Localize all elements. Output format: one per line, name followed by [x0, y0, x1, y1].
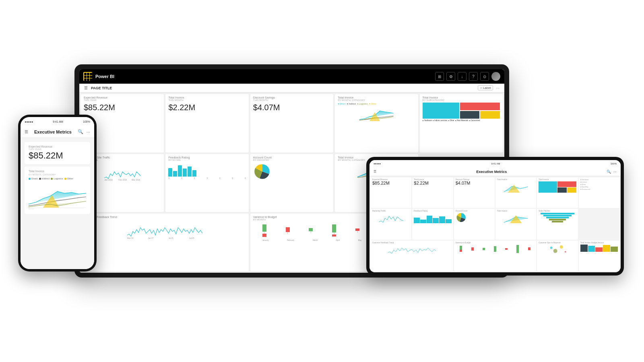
tablet-card-area: Total Invoice	[495, 177, 536, 208]
more-tablet-icon[interactable]: ···	[613, 170, 617, 174]
legend-dot-logistics	[51, 178, 53, 180]
user-avatar[interactable]	[491, 72, 500, 81]
svg-text:$0.12m: $0.12m	[29, 209, 35, 209]
svg-text:Feb 2016: Feb 2016	[118, 179, 127, 181]
tablet-card-legend: ● Hardware ● Indirect ● Other ● Raw Mat.…	[579, 177, 619, 208]
tablet-card-variance: Varience to Budget	[454, 241, 537, 271]
svg-text:Jul 05: Jul 05	[189, 237, 194, 239]
svg-text:January: January	[357, 176, 364, 178]
tablet-card-extra: Sales Pipeline	[537, 209, 578, 239]
time-display: 9:41 AM	[53, 120, 63, 123]
tablet-dashboard: Expected Revenue $85.22M Total Invoice $…	[369, 176, 621, 272]
settings-icon[interactable]: ⚙	[446, 72, 455, 81]
phone-app-title: Executive Metrics	[31, 130, 74, 134]
legend-direct: Direct	[29, 177, 38, 180]
present-icon[interactable]: ⊞	[435, 72, 444, 81]
app-title: Power BI	[95, 74, 432, 79]
area-chart	[338, 106, 415, 121]
tablet-card-feedback: Feedback Rating	[412, 209, 453, 239]
tablet-nav: ☰ Executive Metrics 🔍 ···	[369, 167, 621, 176]
page-title-bar: ☰ PAGE TITLE ○ Label ···	[79, 84, 504, 93]
legend-other: Other	[64, 177, 73, 180]
waffle-icon[interactable]	[83, 72, 92, 81]
phone-content: Expected Revenue THIS YEAR $85.22M Total…	[21, 138, 94, 269]
tablet-card-rev: Expected Revenue $85.22M	[371, 177, 411, 208]
phone-nav: ☰ Executive Metrics 🔍 ···	[21, 126, 94, 138]
search-icon[interactable]: ⊙	[480, 72, 489, 81]
phone-kpi-card: Expected Revenue THIS YEAR $85.22M	[25, 142, 90, 164]
card-account-count: Account Count BY INDUSTRY	[250, 154, 333, 212]
legend-dot-direct	[29, 178, 31, 180]
metric-total-invoice: $2.22M	[168, 103, 246, 112]
sparkline: May 24 Jun 07 Jul 21 Jul 05	[84, 222, 246, 239]
svg-point-22	[565, 251, 566, 253]
tablet-status-bar: ●●●●● 9:41 AM 100%	[369, 160, 621, 167]
page-title: PAGE TITLE	[91, 86, 475, 90]
phone-chart-label: Total Invoice	[29, 170, 86, 173]
tablet-card-cust-trend: Customer Feedback Trend	[371, 241, 453, 271]
pie-chart	[253, 162, 271, 181]
card-feedback-rating: Feedback Rating BY SCORE 0 1	[165, 154, 248, 212]
card-discount-savings: Discount Savings THIS MONTH $4.07M	[250, 94, 333, 152]
more-phone-icon[interactable]: ···	[87, 130, 90, 134]
tablet-app-title: Executive Metrics	[379, 170, 604, 174]
nav-icons: ⊞ ⚙ ↓ ? ⊙	[435, 72, 500, 81]
legend-dot-other	[64, 178, 66, 180]
tablet-card-disc: Discount Savings $4.07M	[454, 177, 495, 208]
phone-chart-card: Total Invoice BY MONTH, CATEGORY Direct …	[25, 167, 90, 214]
label-button[interactable]: ○ Label	[478, 85, 493, 90]
phone-screen: ●●●●● 9:41 AM 100% ☰ Executive Metrics 🔍…	[21, 117, 94, 269]
tablet-screen: ●●●●● 9:41 AM 100% ☰ Executive Metrics 🔍…	[369, 160, 621, 272]
more-icon[interactable]: ···	[496, 86, 500, 90]
svg-point-21	[560, 245, 563, 249]
legend-indirect: Indirect	[39, 177, 50, 180]
search-phone-icon[interactable]: 🔍	[78, 129, 83, 134]
svg-text:Jun 07: Jun 07	[148, 237, 153, 239]
tablet-battery: 100%	[611, 162, 617, 165]
svg-point-20	[553, 249, 557, 253]
svg-text:Jul 21: Jul 21	[169, 237, 174, 239]
tablet-card-inv: Total Invoice $2.22M	[412, 177, 453, 208]
legend-dot-indirect	[39, 178, 41, 180]
tablet-right: ●●●●● 9:41 AM 100% ☰ Executive Metrics 🔍…	[366, 157, 624, 276]
hamburger-phone[interactable]: ☰	[25, 130, 28, 134]
metric-expected-revenue: $85.22M	[84, 103, 161, 112]
phone-chart-sublabel: BY MONTH, CATEGORY	[29, 173, 86, 176]
tablet-signal: ●●●●●	[374, 162, 381, 165]
svg-text:May 24: May 24	[127, 237, 134, 239]
card-total-invoice: Total Invoice THIS MONTH $2.22M	[165, 94, 248, 152]
tablet-card-traffic: Marketing Traffic	[371, 209, 411, 239]
search-tablet-icon[interactable]: 🔍	[607, 170, 611, 174]
phone-left: ●●●●● 9:41 AM 100% ☰ Executive Metrics 🔍…	[18, 115, 97, 272]
download-icon[interactable]: ↓	[458, 72, 466, 81]
svg-point-19	[550, 247, 553, 249]
tablet-card-treemap: Total Invoice	[537, 177, 578, 208]
tablet-card-cust-rev: Customer Size vs Revenue	[537, 241, 578, 271]
tablet-card-account: Account Count	[454, 209, 495, 239]
tablet-time: 9:41 AM	[491, 162, 500, 165]
battery-icon: 100%	[83, 120, 90, 123]
legend-logistics: Logistics	[51, 177, 63, 180]
svg-text:Mar 2016: Mar 2016	[132, 179, 140, 181]
signal-icon: ●●●●●	[25, 120, 33, 123]
scene: Power BI ⊞ ⚙ ↓ ? ⊙ ☰ PAGE TITLE ○ Label …	[0, 0, 644, 362]
card-treemap: Total Invoice BY SUBCATEGORY	[420, 94, 503, 152]
phone-status-bar: ●●●●● 9:41 AM 100%	[21, 117, 94, 126]
chart-legend: Direct Indirect Logistics Other	[29, 177, 86, 180]
card-title: Expected Revenue	[84, 96, 161, 99]
tablet-card-total-inv2: Total Invoice	[495, 209, 536, 239]
powerbi-nav: Power BI ⊞ ⚙ ↓ ? ⊙	[79, 69, 504, 84]
phone-kpi-value: $85.22M	[29, 150, 86, 161]
card-invoice-area: Total Invoice BY MONTH, CATEGORY ● Direc…	[335, 94, 418, 152]
svg-text:Jan 2016: Jan 2016	[104, 179, 113, 181]
help-icon[interactable]: ?	[469, 72, 478, 81]
hamburger-icon[interactable]: ☰	[84, 86, 88, 90]
phone-area-chart: $0.12m	[29, 181, 86, 209]
metric-discount-savings: $4.07M	[253, 103, 330, 112]
tablet-card-total-budget: Total Invoice: Budget Amount	[579, 241, 619, 271]
card-customer-feedback: Customer Feedback Trend BY SCORE May 24 …	[81, 214, 249, 271]
phone-kpi-label: Expected Revenue	[29, 145, 86, 148]
hamburger-tablet[interactable]: ☰	[374, 170, 376, 173]
